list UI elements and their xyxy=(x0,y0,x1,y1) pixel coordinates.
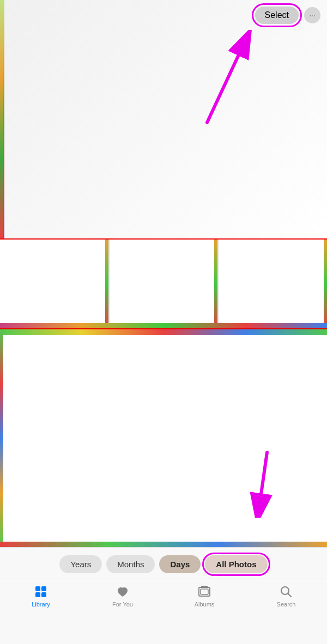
arrow-up-annotation xyxy=(196,30,256,130)
grid-cell-3 xyxy=(219,240,327,328)
nav-label-albums: Albums xyxy=(195,601,215,608)
nav-tab-albums[interactable]: Albums xyxy=(164,585,245,608)
top-photo-section: Select ··· xyxy=(0,0,327,240)
select-button[interactable]: Select xyxy=(255,7,299,24)
photo-area: Select ··· xyxy=(0,0,327,547)
nav-label-for-you: For You xyxy=(112,601,133,608)
svg-line-13 xyxy=(288,594,292,597)
search-icon xyxy=(279,585,293,599)
svg-rect-5 xyxy=(41,586,46,591)
nav-tab-library[interactable]: Library xyxy=(0,585,82,608)
pill-days[interactable]: Days xyxy=(159,555,201,573)
color-strip-left xyxy=(0,0,4,238)
svg-rect-9 xyxy=(201,589,208,594)
svg-rect-6 xyxy=(35,592,40,597)
nav-label-library: Library xyxy=(32,601,50,608)
filter-pills-row: Years Months Days All Photos xyxy=(0,548,327,579)
library-icon xyxy=(34,585,48,599)
grid-cell-1 xyxy=(0,240,110,328)
nav-tab-search[interactable]: Search xyxy=(245,585,327,608)
svg-line-3 xyxy=(259,452,267,510)
arrow-down-annotation xyxy=(234,447,283,520)
top-bar: Select ··· xyxy=(255,7,320,24)
bottom-photo-section xyxy=(0,329,327,547)
bottom-left-strip xyxy=(0,329,3,547)
pill-all-photos[interactable]: All Photos xyxy=(205,555,267,573)
grid-cell-2 xyxy=(110,240,219,328)
pill-years[interactable]: Years xyxy=(59,555,102,573)
pill-months[interactable]: Months xyxy=(106,555,155,573)
svg-line-1 xyxy=(207,41,245,122)
for-you-icon xyxy=(116,585,130,599)
nav-label-search: Search xyxy=(277,601,296,608)
middle-grid-section xyxy=(0,240,327,329)
bottom-nav: Library For You Albums xyxy=(0,579,327,618)
more-options-button[interactable]: ··· xyxy=(304,7,320,23)
tab-bar-area: Years Months Days All Photos Library xyxy=(0,547,327,644)
albums-icon xyxy=(197,585,211,599)
nav-tab-for-you[interactable]: For You xyxy=(82,585,164,608)
svg-rect-7 xyxy=(41,592,46,597)
svg-rect-4 xyxy=(35,586,40,591)
photo-background xyxy=(0,0,327,238)
